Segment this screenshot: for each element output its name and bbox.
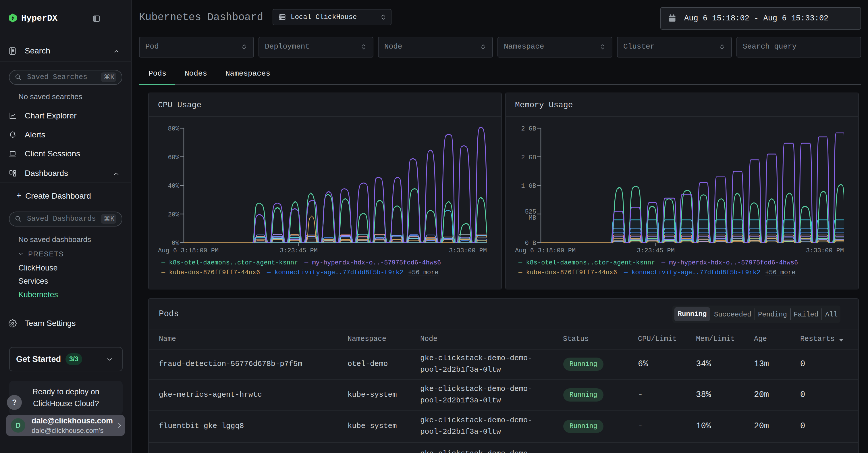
svg-text:2 GB: 2 GB <box>521 154 536 161</box>
svg-text:1 GB: 1 GB <box>521 182 536 190</box>
svg-text:3:33:00 PM: 3:33:00 PM <box>449 247 487 254</box>
svg-text:MB: MB <box>529 215 536 222</box>
svg-text:0 B: 0 B <box>525 240 536 247</box>
svg-text:Aug 6 3:18:00 PM: Aug 6 3:18:00 PM <box>158 247 219 254</box>
svg-text:3:23:45 PM: 3:23:45 PM <box>637 247 675 254</box>
svg-text:20%: 20% <box>168 211 179 219</box>
svg-text:Aug 6 3:18:00 PM: Aug 6 3:18:00 PM <box>515 247 576 254</box>
svg-text:3:23:45 PM: 3:23:45 PM <box>280 247 318 254</box>
svg-text:2 GB: 2 GB <box>521 125 536 133</box>
svg-text:0%: 0% <box>172 240 180 247</box>
svg-text:40%: 40% <box>168 182 179 190</box>
svg-text:80%: 80% <box>168 125 179 133</box>
svg-text:3:33:00 PM: 3:33:00 PM <box>806 247 844 254</box>
svg-text:60%: 60% <box>168 154 179 161</box>
